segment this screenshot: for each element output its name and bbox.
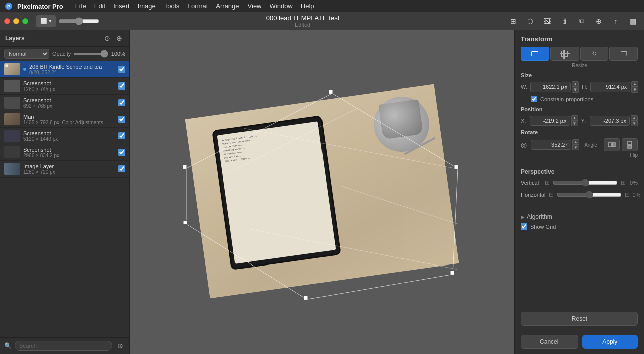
search-options-button[interactable]: ⊕ [115, 341, 125, 351]
vertical-label: Vertical [521, 180, 542, 186]
flip-vertical-button[interactable] [622, 138, 638, 151]
opacity-value: 100% [111, 51, 125, 57]
layer-dims: 1280 × 720 px [23, 169, 115, 175]
layer-name: Screenshot [23, 97, 115, 103]
layer-item[interactable]: Screenshot 1280 × 745 px [0, 78, 129, 95]
layer-visibility-checkbox[interactable] [118, 82, 125, 90]
photos-button[interactable]: 🖼 [540, 14, 554, 28]
layers-panel-title: Layers [5, 35, 25, 42]
x-increment[interactable]: ▲ [571, 115, 578, 121]
menu-edit[interactable]: Edit [90, 1, 109, 12]
constrain-proportions-checkbox[interactable] [531, 96, 537, 102]
layer-visibility-checkbox[interactable] [118, 149, 125, 156]
canvas-view-toggle[interactable]: ⬜ ▾ [36, 15, 56, 27]
height-input[interactable] [590, 82, 630, 92]
angle-increment[interactable]: ▲ [572, 139, 579, 145]
menu-format[interactable]: Format [183, 1, 212, 12]
layer-item[interactable]: Screenshot 692 × 768 px [0, 95, 129, 111]
vertical-perspective-slider[interactable] [553, 179, 618, 187]
height-increment[interactable]: ▲ [631, 81, 638, 87]
layer-info: Screenshot 2966 × 834.2 px [23, 147, 115, 158]
y-decrement[interactable]: ▼ [631, 121, 638, 126]
crop-mode-button[interactable] [550, 47, 579, 61]
rotate-mode-button[interactable]: ↻ [580, 47, 609, 61]
cancel-button[interactable]: Cancel [521, 335, 578, 349]
menu-insert[interactable]: Insert [109, 1, 134, 12]
toolbar-right: ⊞ ⬡ 🖼 ℹ ⧉ ⊕ ↑ ▤ [506, 14, 640, 28]
layer-item[interactable]: 206 BR Kindle Scribe and tea 0/20, 352.2… [0, 61, 129, 78]
angle-decrement[interactable]: ▼ [572, 145, 579, 150]
resize-mode-button[interactable] [521, 47, 549, 61]
layer-info: 206 BR Kindle Scribe and tea 0/20, 352.2… [29, 64, 115, 75]
minimize-button[interactable] [13, 18, 19, 24]
layers-options-button[interactable]: ⊙ [102, 33, 112, 43]
menu-file[interactable]: File [71, 1, 90, 12]
x-label: X: [521, 118, 527, 124]
vertical-right-icon: ⊞ [621, 179, 626, 186]
canvas-size-button[interactable]: ⊞ [506, 14, 520, 28]
layer-name: Man [23, 114, 115, 120]
x-decrement[interactable]: ▼ [571, 121, 578, 126]
panels-button[interactable]: ▤ [626, 14, 640, 28]
canvas-area[interactable]: We know the light for life... There's so… [130, 30, 514, 354]
width-input[interactable] [530, 82, 571, 92]
layer-visibility-checkbox[interactable] [118, 132, 125, 139]
layer-visibility-checkbox[interactable] [118, 165, 125, 172]
close-button[interactable] [4, 18, 10, 24]
menu-tools[interactable]: Tools [160, 1, 183, 12]
menu-arrange[interactable]: Arrange [212, 1, 243, 12]
layer-thumbnail [4, 146, 20, 158]
algorithm-row[interactable]: ▶ Algorithm [521, 213, 638, 220]
height-stepper: ▲ ▼ [631, 81, 638, 93]
opacity-slider[interactable] [74, 53, 108, 55]
menu-help[interactable]: Help [297, 1, 318, 12]
opacity-label: Opacity [52, 51, 71, 57]
info-button[interactable]: ℹ [557, 14, 572, 28]
zoom-slider[interactable] [59, 17, 99, 25]
search-input[interactable] [15, 341, 112, 351]
horizontal-perspective-slider[interactable] [557, 191, 622, 199]
rotate-row: ◎ ▲ ▼ Angle [521, 138, 638, 151]
layers-list: 206 BR Kindle Scribe and tea 0/20, 352.2… [0, 61, 129, 337]
selection-container: We know the light for life... There's so… [166, 91, 478, 302]
layer-item[interactable]: Image Layer 1280 × 720 px [0, 161, 129, 178]
layer-visibility-checkbox[interactable] [118, 66, 125, 73]
layer-visibility-checkbox[interactable] [118, 99, 125, 106]
layer-active-indicator [23, 68, 26, 71]
distort-mode-button[interactable] [609, 47, 638, 61]
main-area: Layers – ⊙ ⊕ Normal Multiply Screen Opac… [0, 30, 644, 354]
layer-thumbnail [4, 80, 20, 92]
layers-collapse-button[interactable]: – [90, 33, 100, 43]
menu-image[interactable]: Image [134, 1, 160, 12]
layer-visibility-checkbox[interactable] [118, 116, 125, 123]
flip-horizontal-button[interactable] [604, 138, 620, 151]
width-increment[interactable]: ▲ [572, 81, 579, 87]
extend-button[interactable]: ⧉ [575, 14, 589, 28]
width-decrement[interactable]: ▼ [572, 87, 579, 93]
document-status: Edited [102, 22, 503, 28]
layer-item[interactable]: Man 1405 × 792.6 px, Color Adjustments [0, 111, 129, 128]
y-increment[interactable]: ▲ [631, 115, 638, 121]
angle-input[interactable] [531, 140, 571, 150]
colors-button[interactable]: ⬡ [523, 14, 537, 28]
bottom-buttons: Cancel Apply [515, 330, 644, 354]
svg-rect-17 [628, 145, 632, 148]
x-input[interactable] [530, 116, 570, 126]
menu-window[interactable]: Window [266, 1, 297, 12]
share-button[interactable]: ↑ [609, 14, 623, 28]
maximize-button[interactable] [22, 18, 28, 24]
svg-rect-8 [329, 90, 333, 94]
height-decrement[interactable]: ▼ [631, 87, 638, 93]
show-grid-checkbox[interactable] [521, 223, 527, 230]
menu-view[interactable]: View [244, 1, 266, 12]
layer-item[interactable]: Screenshot 2966 × 834.2 px [0, 144, 129, 161]
layers-add-button[interactable]: ⊕ [114, 33, 124, 43]
y-input-group: ▲ ▼ [590, 115, 638, 126]
y-input[interactable] [590, 116, 630, 126]
reset-button[interactable]: Reset [521, 312, 638, 326]
zoom-button[interactable]: ⊕ [592, 14, 606, 28]
app-icon: P [4, 2, 13, 11]
layer-item[interactable]: Screenshot 5120 × 1440 px [0, 128, 129, 144]
blend-mode-select[interactable]: Normal Multiply Screen [4, 49, 49, 59]
apply-button[interactable]: Apply [582, 335, 638, 349]
